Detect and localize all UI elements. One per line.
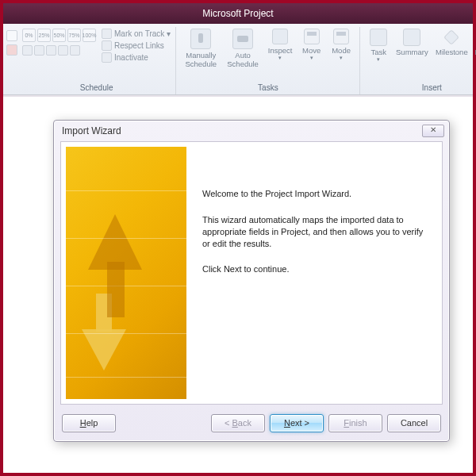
next-button[interactable]: Next > xyxy=(270,414,324,432)
back-button[interactable]: < Back xyxy=(211,414,265,432)
modal-overlay: Import Wizard ✕ Welcome to the Project I… xyxy=(0,0,476,476)
wizard-graphic xyxy=(66,147,186,399)
dialog-titlebar[interactable]: Import Wizard ✕ xyxy=(54,121,449,141)
finish-label: Finish xyxy=(344,418,367,428)
dialog-body: Welcome to the Project Import Wizard. Th… xyxy=(60,141,443,405)
dialog-text: Welcome to the Project Import Wizard. Th… xyxy=(191,142,442,404)
wizard-description-text: This wizard automatically maps the impor… xyxy=(202,214,429,250)
back-label: < Back xyxy=(225,418,251,428)
help-label: elp xyxy=(86,418,98,428)
wizard-continue-text: Click Next to continue. xyxy=(202,263,429,275)
help-button[interactable]: Help xyxy=(62,414,116,432)
finish-button[interactable]: Finish xyxy=(328,414,382,432)
dialog-title: Import Wizard xyxy=(62,125,121,136)
next-label: Next > xyxy=(284,418,309,428)
wizard-welcome-text: Welcome to the Project Import Wizard. xyxy=(202,188,429,200)
dialog-footer: Help < Back Next > Finish Cancel xyxy=(54,409,449,441)
close-button[interactable]: ✕ xyxy=(422,125,444,137)
close-icon: ✕ xyxy=(430,125,436,134)
import-wizard-dialog: Import Wizard ✕ Welcome to the Project I… xyxy=(53,120,450,442)
cancel-label: Cancel xyxy=(401,418,428,428)
cancel-button[interactable]: Cancel xyxy=(387,414,441,432)
